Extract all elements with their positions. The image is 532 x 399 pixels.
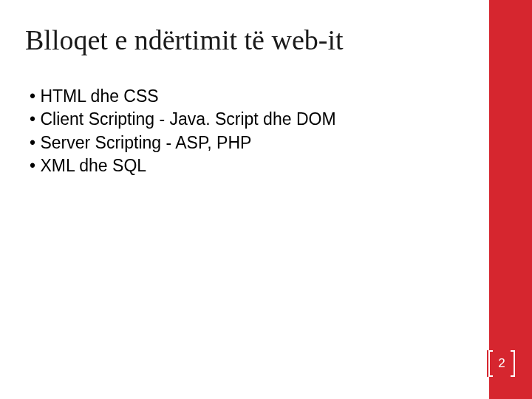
list-item: Server Scripting - ASP, PHP [30,132,474,154]
page-number: 2 [498,356,505,371]
bullet-list: HTML dhe CSS Client Scripting - Java. Sc… [25,86,474,177]
slide-content: Blloqet e ndërtimit të web-it HTML dhe C… [0,0,489,399]
bracket-left-icon [488,350,493,377]
accent-band [489,0,532,399]
page-number-badge: 2 [487,350,516,377]
list-item: XML dhe SQL [30,155,474,177]
list-item: HTML dhe CSS [30,86,474,107]
slide-title: Blloqet e ndërtimit të web-it [25,25,474,56]
bracket-right-icon [511,350,515,377]
list-item: Client Scripting - Java. Script dhe DOM [30,109,474,130]
